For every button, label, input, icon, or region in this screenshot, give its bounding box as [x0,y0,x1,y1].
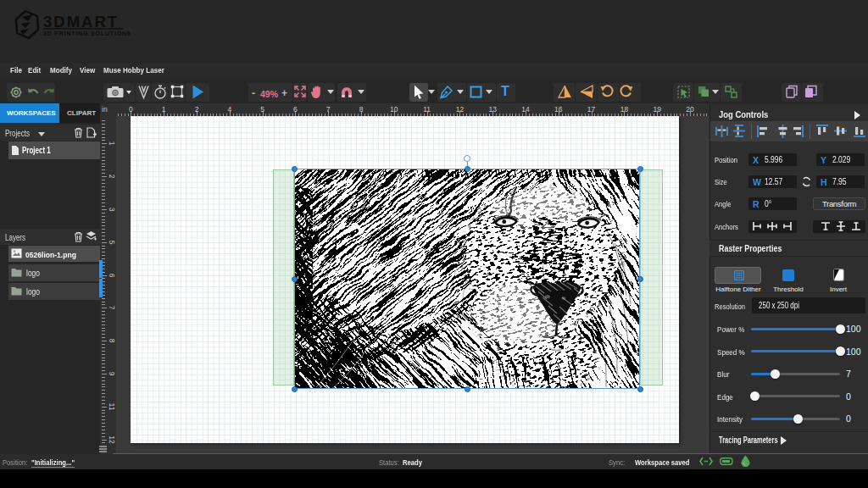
svg-text:3D PRINTING SOLUTIONS: 3D PRINTING SOLUTIONS [43,30,131,36]
svg-text:3DMART: 3DMART [43,13,119,30]
